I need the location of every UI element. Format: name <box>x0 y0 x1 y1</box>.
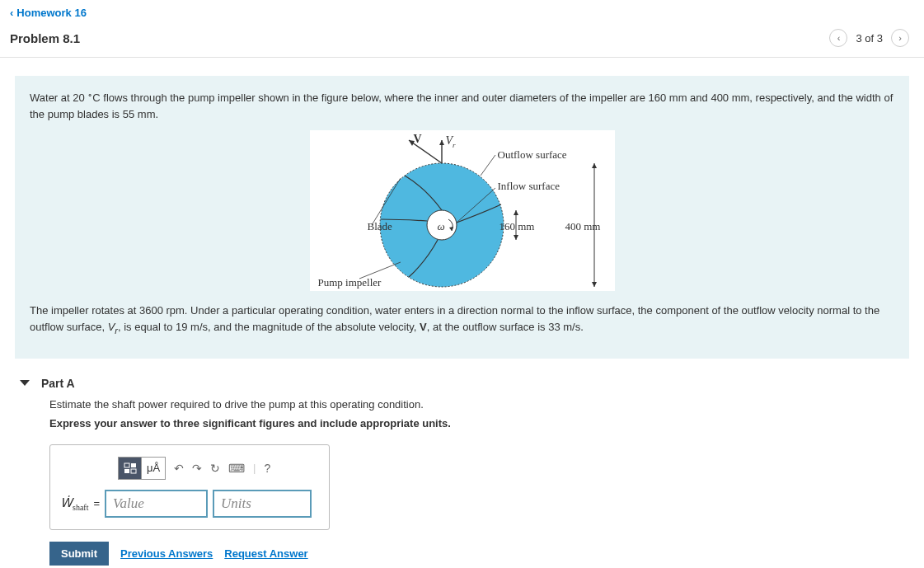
units-input[interactable]: Units <box>213 490 312 518</box>
part-body: Estimate the shaft power required to dri… <box>0 398 924 566</box>
caret-down-icon <box>20 380 30 386</box>
equals-sign: = <box>93 497 100 509</box>
svg-rect-20 <box>131 469 136 473</box>
svg-marker-13 <box>514 235 518 240</box>
templates-icon <box>124 462 137 474</box>
help-button[interactable]: ? <box>264 462 270 475</box>
part-instruction: Estimate the shaft power required to dri… <box>49 398 909 411</box>
previous-answers-link[interactable]: Previous Answers <box>120 547 213 560</box>
part-instruction-bold: Express your answer to three significant… <box>49 417 909 430</box>
figure-label-outer: 400 mm <box>565 218 601 235</box>
impeller-figure: V Vr Outflow surface Inflow surface Blad… <box>310 130 615 291</box>
problem-intro: Water at 20 ∘C flows through the pump im… <box>30 89 894 122</box>
submit-row: Submit Previous Answers Request Answer <box>49 542 909 566</box>
part-header[interactable]: Part A <box>0 359 924 398</box>
problem-counter: 3 of 3 <box>856 32 883 45</box>
svg-rect-17 <box>124 463 129 467</box>
figure-label-v: V <box>414 130 422 148</box>
figure-label-vr: Vr <box>446 132 456 151</box>
problem-statement: Water at 20 ∘C flows through the pump im… <box>15 76 909 359</box>
figure-label-outflow: Outflow surface <box>498 147 567 163</box>
request-answer-link[interactable]: Request Answer <box>224 547 307 560</box>
toolbar-extra: ↶ ↷ ↻ ⌨ | ? <box>174 462 270 475</box>
problem-nav: ‹ 3 of 3 › <box>829 29 909 47</box>
problem-title: Problem 8.1 <box>10 31 80 45</box>
problem-details: The impeller rotates at 3600 rpm. Under … <box>30 303 894 336</box>
figure-label-inflow: Inflow surface <box>498 178 560 195</box>
keyboard-icon[interactable]: ⌨ <box>228 462 245 475</box>
variable-label: Ẇshaft <box>60 495 88 512</box>
figure-label-blade: Blade <box>368 218 392 235</box>
svg-marker-5 <box>439 140 444 145</box>
value-input[interactable]: Value <box>105 490 208 518</box>
figure-label-pump: Pump impeller <box>318 275 382 291</box>
figure-label-inner: 160 mm <box>500 218 535 235</box>
answer-box: μÅ ↶ ↷ ↻ ⌨ | ? Ẇshaft = Value Units <box>49 444 330 530</box>
breadcrumb-link[interactable]: Homework 16 <box>10 7 87 19</box>
answer-row: Ẇshaft = Value Units <box>60 490 319 518</box>
toolbar-group: μÅ <box>118 457 166 480</box>
header: Problem 8.1 ‹ 3 of 3 › <box>0 26 924 58</box>
answer-toolbar: μÅ ↶ ↷ ↻ ⌨ | ? <box>118 457 319 480</box>
symbols-button[interactable]: μÅ <box>142 458 165 479</box>
prev-problem-button[interactable]: ‹ <box>829 29 847 47</box>
breadcrumb: Homework 16 <box>0 0 924 26</box>
svg-rect-19 <box>124 469 129 473</box>
next-problem-button[interactable]: › <box>891 29 909 47</box>
svg-line-6 <box>481 155 495 176</box>
redo-icon[interactable]: ↷ <box>192 462 202 475</box>
svg-rect-18 <box>131 463 136 467</box>
svg-marker-12 <box>514 210 518 215</box>
part-title: Part A <box>41 377 75 390</box>
svg-marker-15 <box>592 163 597 168</box>
templates-button[interactable] <box>119 458 142 479</box>
svg-marker-16 <box>592 282 597 287</box>
submit-button[interactable]: Submit <box>49 542 109 566</box>
reset-icon[interactable]: ↻ <box>210 462 220 475</box>
figure-label-omega: ω <box>438 218 445 235</box>
undo-icon[interactable]: ↶ <box>174 462 184 475</box>
